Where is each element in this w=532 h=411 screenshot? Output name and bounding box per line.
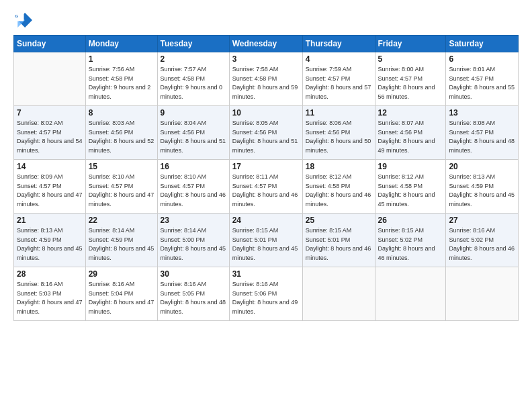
day-info: Sunrise: 8:02 AMSunset: 4:57 PMDaylight:…: [17, 119, 83, 155]
sunset-text: Sunset: 4:56 PM: [306, 128, 372, 138]
daylight-text: Daylight: 8 hours and 51 minutes.: [232, 137, 300, 155]
day-number: 25: [306, 216, 372, 225]
calendar-cell: 20Sunrise: 8:13 AMSunset: 4:59 PMDayligh…: [446, 160, 519, 214]
calendar-cell: 9Sunrise: 8:04 AMSunset: 4:56 PMDaylight…: [157, 106, 229, 160]
sunset-text: Sunset: 5:02 PM: [449, 236, 515, 245]
sunrise-text: Sunrise: 8:08 AM: [449, 119, 515, 128]
daylight-text: Daylight: 8 hours and 46 minutes.: [378, 244, 443, 263]
day-info: Sunrise: 8:09 AMSunset: 4:57 PMDaylight:…: [17, 173, 83, 209]
calendar-cell: 22Sunrise: 8:14 AMSunset: 4:59 PMDayligh…: [85, 214, 157, 267]
daylight-text: Daylight: 8 hours and 57 minutes.: [306, 83, 372, 101]
sunrise-text: Sunrise: 7:59 AM: [306, 65, 372, 75]
day-info: Sunrise: 8:16 AMSunset: 5:04 PMDaylight:…: [89, 280, 154, 316]
sunset-text: Sunset: 4:57 PM: [378, 75, 443, 84]
sunset-text: Sunset: 4:56 PM: [161, 128, 226, 138]
sunset-text: Sunset: 5:01 PM: [306, 236, 372, 245]
day-number: 30: [161, 269, 226, 279]
daylight-text: Daylight: 8 hours and 49 minutes.: [378, 137, 443, 155]
calendar-cell: 15Sunrise: 8:10 AMSunset: 4:57 PMDayligh…: [85, 160, 157, 214]
sunrise-text: Sunrise: 8:13 AM: [17, 226, 83, 236]
sunrise-text: Sunrise: 8:07 AM: [378, 119, 443, 128]
day-number: 1: [89, 54, 154, 64]
daylight-text: Daylight: 9 hours and 0 minutes.: [161, 83, 226, 101]
day-number: 17: [232, 162, 300, 171]
day-info: Sunrise: 8:15 AMSunset: 5:01 PMDaylight:…: [306, 226, 372, 263]
sunrise-text: Sunrise: 8:02 AM: [17, 119, 83, 128]
daylight-text: Daylight: 8 hours and 45 minutes.: [89, 244, 154, 263]
calendar-week-4: 21Sunrise: 8:13 AMSunset: 4:59 PMDayligh…: [14, 214, 519, 267]
weekday-header-wednesday: Wednesday: [229, 36, 302, 52]
sunset-text: Sunset: 4:57 PM: [449, 75, 515, 84]
sunrise-text: Sunrise: 8:15 AM: [378, 226, 443, 236]
calendar-week-1: 1Sunrise: 7:56 AMSunset: 4:58 PMDaylight…: [14, 52, 519, 106]
sunrise-text: Sunrise: 8:16 AM: [161, 280, 226, 289]
sunrise-text: Sunrise: 8:01 AM: [449, 65, 515, 75]
day-number: 12: [378, 108, 443, 118]
sunset-text: Sunset: 4:57 PM: [306, 75, 372, 84]
daylight-text: Daylight: 8 hours and 46 minutes.: [449, 244, 515, 263]
sunset-text: Sunset: 4:57 PM: [89, 182, 154, 191]
day-number: 14: [17, 162, 83, 171]
day-number: 10: [232, 108, 300, 118]
calendar-cell: 4Sunrise: 7:59 AMSunset: 4:57 PMDaylight…: [302, 52, 375, 106]
day-number: 13: [449, 108, 515, 118]
sunrise-text: Sunrise: 7:58 AM: [232, 65, 300, 75]
weekday-header-row: SundayMondayTuesdayWednesdayThursdayFrid…: [14, 36, 519, 52]
sunset-text: Sunset: 4:56 PM: [232, 128, 300, 138]
sunrise-text: Sunrise: 7:57 AM: [161, 65, 226, 75]
calendar-cell: 7Sunrise: 8:02 AMSunset: 4:57 PMDaylight…: [14, 106, 86, 160]
day-number: 18: [306, 162, 372, 171]
day-number: 16: [161, 162, 226, 171]
weekday-header-thursday: Thursday: [302, 36, 375, 52]
calendar-cell: 19Sunrise: 8:12 AMSunset: 4:58 PMDayligh…: [375, 160, 446, 214]
day-info: Sunrise: 8:15 AMSunset: 5:02 PMDaylight:…: [378, 226, 443, 263]
sunrise-text: Sunrise: 8:16 AM: [89, 280, 154, 289]
daylight-text: Daylight: 8 hours and 51 minutes.: [161, 137, 226, 155]
calendar-cell: [446, 267, 519, 321]
day-number: 21: [17, 216, 83, 225]
svg-text:G: G: [15, 13, 18, 18]
day-number: 19: [378, 162, 443, 171]
daylight-text: Daylight: 8 hours and 47 minutes.: [17, 298, 83, 316]
calendar-week-3: 14Sunrise: 8:09 AMSunset: 4:57 PMDayligh…: [14, 160, 519, 214]
daylight-text: Daylight: 8 hours and 54 minutes.: [17, 137, 83, 155]
day-number: 4: [306, 54, 372, 64]
sunrise-text: Sunrise: 8:15 AM: [232, 226, 300, 236]
header: G: [13, 11, 519, 30]
day-number: 8: [89, 108, 154, 118]
daylight-text: Daylight: 8 hours and 46 minutes.: [161, 191, 226, 209]
calendar-cell: 25Sunrise: 8:15 AMSunset: 5:01 PMDayligh…: [302, 214, 375, 267]
logo-icon: G: [13, 11, 32, 30]
sunset-text: Sunset: 5:00 PM: [161, 236, 226, 245]
sunset-text: Sunset: 5:06 PM: [232, 289, 300, 299]
calendar-cell: 17Sunrise: 8:11 AMSunset: 4:57 PMDayligh…: [229, 160, 302, 214]
calendar-cell: 10Sunrise: 8:05 AMSunset: 4:56 PMDayligh…: [229, 106, 302, 160]
sunrise-text: Sunrise: 8:10 AM: [161, 173, 226, 182]
day-number: 9: [161, 108, 226, 118]
day-info: Sunrise: 8:11 AMSunset: 4:57 PMDaylight:…: [232, 173, 300, 209]
day-number: 29: [89, 269, 154, 279]
sunrise-text: Sunrise: 8:00 AM: [378, 65, 443, 75]
daylight-text: Daylight: 8 hours and 46 minutes.: [306, 244, 372, 263]
sunset-text: Sunset: 4:57 PM: [17, 182, 83, 191]
calendar-cell: 5Sunrise: 8:00 AMSunset: 4:57 PMDaylight…: [375, 52, 446, 106]
calendar-cell: 16Sunrise: 8:10 AMSunset: 4:57 PMDayligh…: [157, 160, 229, 214]
day-info: Sunrise: 8:14 AMSunset: 5:00 PMDaylight:…: [161, 226, 226, 263]
day-number: 26: [378, 216, 443, 225]
sunrise-text: Sunrise: 8:05 AM: [232, 119, 300, 128]
day-info: Sunrise: 8:05 AMSunset: 4:56 PMDaylight:…: [232, 119, 300, 155]
day-number: 2: [161, 54, 226, 64]
daylight-text: Daylight: 8 hours and 48 minutes.: [449, 137, 515, 155]
day-number: 6: [449, 54, 515, 64]
day-info: Sunrise: 8:13 AMSunset: 4:59 PMDaylight:…: [17, 226, 83, 263]
day-info: Sunrise: 8:08 AMSunset: 4:57 PMDaylight:…: [449, 119, 515, 155]
calendar-cell: 27Sunrise: 8:16 AMSunset: 5:02 PMDayligh…: [446, 214, 519, 267]
calendar-cell: 2Sunrise: 7:57 AMSunset: 4:58 PMDaylight…: [157, 52, 229, 106]
day-info: Sunrise: 8:16 AMSunset: 5:05 PMDaylight:…: [161, 280, 226, 316]
calendar-week-5: 28Sunrise: 8:16 AMSunset: 5:03 PMDayligh…: [14, 267, 519, 321]
day-info: Sunrise: 8:00 AMSunset: 4:57 PMDaylight:…: [378, 65, 443, 101]
calendar-cell: [14, 52, 86, 106]
calendar-cell: 28Sunrise: 8:16 AMSunset: 5:03 PMDayligh…: [14, 267, 86, 321]
calendar-cell: 26Sunrise: 8:15 AMSunset: 5:02 PMDayligh…: [375, 214, 446, 267]
sunset-text: Sunset: 4:57 PM: [17, 128, 83, 138]
